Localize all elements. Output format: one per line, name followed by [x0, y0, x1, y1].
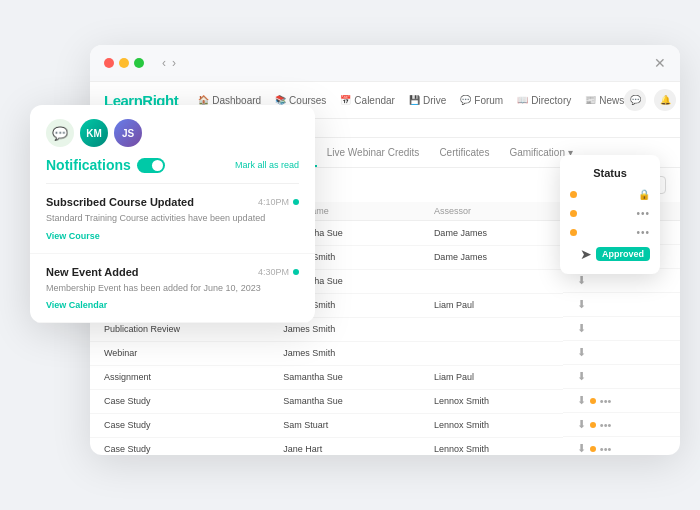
- notifications-toggle[interactable]: [137, 158, 165, 173]
- status-actions-3: •••: [636, 227, 650, 238]
- unread-dot-1: [293, 269, 299, 275]
- notif-item-header-1: New Event Added 4:30PM: [46, 266, 299, 278]
- download-icon[interactable]: ⬇: [577, 442, 586, 455]
- download-icon[interactable]: ⬇: [577, 322, 586, 335]
- download-icon[interactable]: ⬇: [577, 370, 586, 383]
- table-row[interactable]: Case Study Sam Stuart Lennox Smith ⬇ •••: [90, 413, 680, 437]
- tab-certificates[interactable]: Certificates: [429, 138, 499, 167]
- cell-assessor: Dame James: [420, 221, 563, 246]
- menu-items: 🏠Dashboard 📚Courses 📅Calendar 💾Drive 💬Fo…: [198, 95, 624, 106]
- cell-assessor: Dame James: [420, 245, 563, 269]
- cell-type: Case Study: [90, 389, 269, 413]
- status-popup: Status 🔒 ••• ••• ➤ Approved: [560, 155, 660, 274]
- row-more-icon[interactable]: •••: [600, 443, 612, 455]
- cell-assessor: Lennox Smith: [420, 389, 563, 413]
- avatar-2[interactable]: JS: [114, 119, 142, 147]
- menu-courses[interactable]: 📚Courses: [275, 95, 326, 106]
- menu-news[interactable]: 📰News: [585, 95, 624, 106]
- table-row[interactable]: Webinar James Smith ⬇: [90, 341, 680, 365]
- maximize-traffic-light[interactable]: [134, 58, 144, 68]
- titlebar: ‹ › ✕: [90, 45, 680, 82]
- notif-item-header-0: Subscribed Course Updated 4:10PM: [46, 196, 299, 208]
- menu-forum[interactable]: 💬Forum: [460, 95, 503, 106]
- menu-directory[interactable]: 📖Directory: [517, 95, 571, 106]
- notif-title: Notifications: [46, 157, 165, 173]
- cell-download: ⬇: [563, 365, 680, 389]
- status-row-3: •••: [570, 227, 650, 238]
- notif-link-0[interactable]: View Course: [46, 231, 299, 241]
- minimize-traffic-light[interactable]: [119, 58, 129, 68]
- cursor-icon: ➤: [580, 246, 592, 262]
- cell-user: Jane Hart: [269, 437, 420, 455]
- cell-download: ⬇: [563, 317, 680, 341]
- cell-user: Sam Stuart: [269, 413, 420, 437]
- download-icon[interactable]: ⬇: [577, 298, 586, 311]
- bell-icon-btn[interactable]: 🔔: [654, 89, 676, 111]
- table-row[interactable]: Case Study Samantha Sue Lennox Smith ⬇ •…: [90, 389, 680, 413]
- cell-assessor: Liam Paul: [420, 365, 563, 389]
- download-icon[interactable]: ⬇: [577, 346, 586, 359]
- cell-type: Assignment: [90, 365, 269, 389]
- status-dot-2: [570, 210, 577, 217]
- approved-row: ➤ Approved: [570, 246, 650, 262]
- notif-body-0: Standard Training Course activities have…: [46, 212, 299, 225]
- cell-download: ⬇: [563, 341, 680, 365]
- chat-icon[interactable]: 💬: [46, 119, 74, 147]
- status-row-1: 🔒: [570, 189, 650, 200]
- download-icon[interactable]: ⬇: [577, 394, 586, 407]
- cell-type: Case Study: [90, 437, 269, 455]
- download-icon[interactable]: ⬇: [577, 418, 586, 431]
- more-dots-icon-3[interactable]: •••: [636, 227, 650, 238]
- col-assessor: Assessor: [420, 202, 563, 221]
- cell-user: Samantha Sue: [269, 365, 420, 389]
- approved-badge: Approved: [596, 247, 650, 261]
- notif-item-title-1: New Event Added: [46, 266, 139, 278]
- status-popup-title: Status: [570, 167, 650, 179]
- traffic-lights: [104, 58, 144, 68]
- notification-item-1: New Event Added 4:30PM Membership Event …: [30, 254, 315, 324]
- cell-download: ⬇ •••: [563, 389, 680, 413]
- status-row-2: •••: [570, 208, 650, 219]
- avatar-1[interactable]: KM: [80, 119, 108, 147]
- close-traffic-light[interactable]: [104, 58, 114, 68]
- menu-dashboard[interactable]: 🏠Dashboard: [198, 95, 261, 106]
- notif-item-title-0: Subscribed Course Updated: [46, 196, 194, 208]
- row-more-icon[interactable]: •••: [600, 395, 612, 407]
- table-row[interactable]: Assignment Samantha Sue Liam Paul ⬇: [90, 365, 680, 389]
- unread-dot-0: [293, 199, 299, 205]
- chat-icon-btn[interactable]: 💬: [624, 89, 646, 111]
- row-more-icon[interactable]: •••: [600, 419, 612, 431]
- download-icon[interactable]: ⬇: [577, 274, 586, 287]
- close-button[interactable]: ✕: [654, 55, 666, 71]
- notif-time-1: 4:30PM: [258, 267, 299, 277]
- table-row[interactable]: Case Study Jane Hart Lennox Smith ⬇ •••: [90, 437, 680, 455]
- cell-assessor: Lennox Smith: [420, 437, 563, 455]
- nav-arrows: ‹ ›: [162, 56, 176, 70]
- status-dot-1: [570, 191, 577, 198]
- menu-calendar[interactable]: 📅Calendar: [340, 95, 395, 106]
- status-actions-2: •••: [636, 208, 650, 219]
- menu-drive[interactable]: 💾Drive: [409, 95, 446, 106]
- notif-header: 💬 KM JS: [30, 105, 315, 157]
- more-dots-icon-2[interactable]: •••: [636, 208, 650, 219]
- mark-all-read[interactable]: Mark all as read: [235, 160, 299, 170]
- tab-live-webinar[interactable]: Live Webinar Credits: [317, 138, 430, 167]
- notif-icons: 💬 KM JS: [46, 119, 142, 147]
- cell-assessor: [420, 269, 563, 293]
- cell-type: Case Study: [90, 413, 269, 437]
- notif-time-0: 4:10PM: [258, 197, 299, 207]
- cell-type: Webinar: [90, 341, 269, 365]
- cell-download: ⬇: [563, 293, 680, 317]
- cell-download: ⬇ •••: [563, 413, 680, 437]
- lock-icon[interactable]: 🔒: [638, 189, 650, 200]
- cell-assessor: [420, 317, 563, 341]
- cell-assessor: [420, 341, 563, 365]
- notification-item-0: Subscribed Course Updated 4:10PM Standar…: [30, 184, 315, 254]
- back-icon[interactable]: ‹: [162, 56, 166, 70]
- notif-title-row: Notifications Mark all as read: [30, 157, 315, 183]
- notif-title-text: Notifications: [46, 157, 131, 173]
- notif-link-1[interactable]: View Calendar: [46, 300, 299, 310]
- forward-icon[interactable]: ›: [172, 56, 176, 70]
- cell-assessor: Liam Paul: [420, 293, 563, 317]
- notification-panel: 💬 KM JS Notifications Mark all as read S…: [30, 105, 315, 323]
